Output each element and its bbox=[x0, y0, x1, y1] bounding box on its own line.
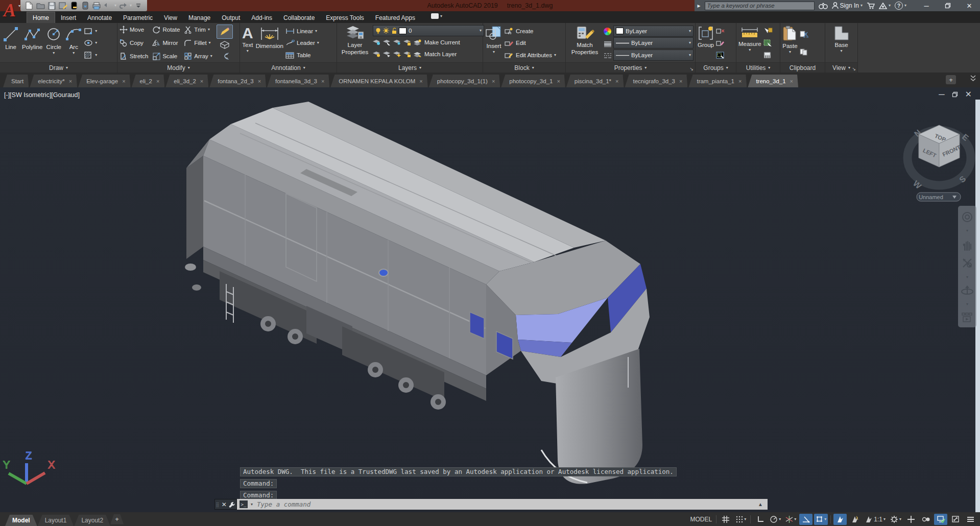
file-tab-close-icon[interactable]: × bbox=[419, 78, 422, 84]
command-input[interactable] bbox=[256, 500, 755, 509]
modify-panel-footer[interactable]: Modify▾ bbox=[117, 62, 240, 73]
restore-button[interactable] bbox=[937, 0, 959, 11]
text-button[interactable]: A Text ▾ bbox=[241, 24, 254, 62]
object-color-select[interactable]: ByLayer▾ bbox=[613, 26, 694, 37]
lineweight-icon[interactable] bbox=[604, 41, 612, 47]
insert-dropdown-icon[interactable]: ▾ bbox=[493, 50, 495, 54]
command-wrench-icon[interactable] bbox=[228, 501, 235, 508]
file-tab[interactable]: fontana_2d_3 × bbox=[209, 75, 266, 87]
layer-unisolate-icon[interactable] bbox=[383, 39, 391, 45]
ribbon-tab[interactable]: Collaborate bbox=[278, 12, 320, 23]
measure-button[interactable]: Measure ▾ bbox=[737, 24, 762, 62]
paste-dropdown-icon[interactable]: ▾ bbox=[789, 50, 791, 54]
close-button[interactable]: ✕ bbox=[959, 0, 980, 11]
table-button[interactable]: Table bbox=[285, 51, 319, 60]
make-current-icon[interactable] bbox=[414, 39, 422, 45]
minimize-button[interactable]: ─ bbox=[916, 0, 937, 11]
file-tab[interactable]: tram_pianta_1 × bbox=[688, 75, 747, 87]
logo-dropdown-icon[interactable]: ▾ bbox=[18, 4, 20, 8]
ribbon-tab[interactable]: Express Tools bbox=[320, 12, 369, 23]
properties-panel-footer[interactable]: Properties▾↘ bbox=[566, 62, 695, 73]
layout-tab[interactable]: Model bbox=[5, 515, 37, 526]
search-collapse-icon[interactable]: ▸ bbox=[698, 2, 701, 9]
new-file-button[interactable] bbox=[25, 1, 34, 10]
save-as-button[interactable] bbox=[58, 1, 67, 10]
annotation-scale-button[interactable]: 1:1▾ bbox=[863, 514, 887, 525]
lineweight-select[interactable]: ByLayer▾ bbox=[613, 37, 694, 49]
save-button[interactable] bbox=[47, 1, 56, 10]
linetype-select[interactable]: ByLayer▾ bbox=[613, 50, 694, 61]
qat-customize-icon[interactable] bbox=[134, 1, 143, 10]
file-tab-close-icon[interactable]: × bbox=[790, 78, 793, 84]
file-tab[interactable]: electricity* × bbox=[30, 75, 77, 87]
hatch-button[interactable]: ▾ bbox=[84, 51, 97, 60]
utilities-panel-footer[interactable]: Utilities▾ bbox=[736, 62, 780, 73]
copy-button[interactable]: Copy bbox=[119, 38, 148, 47]
file-tab-close-icon[interactable]: × bbox=[492, 78, 495, 84]
array-button[interactable]: Array▾ bbox=[184, 51, 212, 61]
workspace-dropdown-icon[interactable]: ▾ bbox=[899, 517, 901, 521]
file-tab[interactable]: Elev-garage × bbox=[78, 75, 130, 87]
view-launcher-icon[interactable]: ↘ bbox=[852, 66, 856, 71]
linear-button[interactable]: Linear▾ bbox=[285, 26, 319, 36]
command-recent-dropdown-icon[interactable]: ▾ bbox=[251, 503, 253, 507]
layer-unlock-all-icon[interactable] bbox=[403, 51, 411, 57]
make-current-label[interactable]: Make Current bbox=[424, 39, 460, 45]
scale-button[interactable]: Scale bbox=[152, 51, 180, 61]
save-to-mobile-button[interactable] bbox=[81, 1, 90, 10]
undo-button[interactable] bbox=[103, 1, 112, 10]
edit-attributes-button[interactable]: Edit Attributes▾ bbox=[505, 51, 556, 60]
object-snap-button[interactable]: ▾ bbox=[814, 514, 828, 525]
sign-in-dropdown-icon[interactable]: ▾ bbox=[861, 4, 863, 8]
file-tab[interactable]: fontanella_3d_3 × bbox=[267, 75, 329, 87]
drawing-viewport[interactable]: [-][SW Isometric][Gouraud] ─ ✕ N E S W T… bbox=[0, 87, 980, 512]
trim-button[interactable]: Trim▾ bbox=[184, 25, 212, 34]
fillet-button[interactable]: Fillet▾ bbox=[184, 38, 212, 47]
isodraft-button[interactable]: ▾ bbox=[784, 514, 798, 525]
match-properties-button[interactable]: Match Properties bbox=[567, 24, 603, 62]
help-dropdown-icon[interactable]: ▾ bbox=[904, 4, 906, 8]
ribbon-display-options[interactable]: ▾ bbox=[431, 13, 442, 19]
open-from-mobile-button[interactable] bbox=[69, 1, 79, 10]
arc-button[interactable]: Arc ▾ bbox=[64, 24, 83, 62]
layout-tab[interactable]: Layout1 bbox=[38, 515, 74, 526]
app-store-cart-icon[interactable] bbox=[867, 2, 875, 9]
leader-dropdown-icon[interactable]: ▾ bbox=[317, 41, 319, 45]
object-snap-tracking-button[interactable] bbox=[799, 514, 812, 525]
layer-turn-on-icon[interactable] bbox=[383, 51, 391, 57]
drawing-minimize-icon[interactable]: ─ bbox=[939, 90, 944, 99]
workspace-switching-button[interactable]: ▾ bbox=[889, 514, 903, 525]
autocad-logo[interactable]: A▾ bbox=[0, 0, 19, 23]
layer-lock-icon[interactable] bbox=[403, 39, 411, 45]
linetype-dropdown-icon[interactable]: ▾ bbox=[689, 53, 691, 57]
open-file-button[interactable] bbox=[36, 1, 45, 10]
stretch-button[interactable]: Stretch bbox=[119, 51, 148, 61]
layer-on-bulb-icon[interactable] bbox=[375, 28, 381, 34]
ribbon-tab[interactable]: View bbox=[158, 12, 183, 23]
snap-dropdown-icon[interactable]: ▾ bbox=[744, 517, 746, 521]
block-edit-button[interactable]: Edit bbox=[505, 38, 556, 48]
properties-launcher-icon[interactable]: ↘ bbox=[689, 66, 694, 71]
clipboard-panel-footer[interactable]: Clipboard bbox=[780, 62, 825, 73]
annotation-autoscale-button[interactable] bbox=[848, 514, 862, 525]
layout-tab[interactable]: Layout2 bbox=[74, 515, 110, 526]
arc-dropdown-icon[interactable]: ▾ bbox=[73, 51, 75, 55]
annotation-visibility-button[interactable] bbox=[833, 514, 847, 525]
ribbon-tab[interactable]: Output bbox=[216, 12, 246, 23]
osnap-dropdown-icon[interactable]: ▾ bbox=[824, 517, 826, 521]
groups-panel-footer[interactable]: Groups▾ bbox=[696, 62, 736, 73]
search-input[interactable] bbox=[705, 2, 815, 10]
file-tab-close-icon[interactable]: × bbox=[615, 78, 618, 84]
file-tab-overflow-icon[interactable] bbox=[970, 75, 976, 523]
layer-select[interactable]: 0 ▾ bbox=[373, 25, 484, 36]
viewcube[interactable]: N E S W TOP LEFT FRONT Unnamed bbox=[897, 101, 979, 210]
redo-button[interactable] bbox=[118, 1, 128, 10]
clean-screen-button[interactable] bbox=[949, 514, 962, 525]
snap-mode-button[interactable]: ▾ bbox=[734, 514, 748, 525]
rectangle-button[interactable]: ▾ bbox=[84, 26, 97, 36]
file-tab-close-icon[interactable]: × bbox=[321, 78, 324, 84]
layer-freeze-icon[interactable] bbox=[393, 39, 401, 45]
polar-tracking-button[interactable]: ▾ bbox=[768, 514, 782, 525]
text-dropdown-icon[interactable]: ▾ bbox=[247, 49, 249, 53]
new-layout-button[interactable]: + bbox=[110, 514, 124, 524]
